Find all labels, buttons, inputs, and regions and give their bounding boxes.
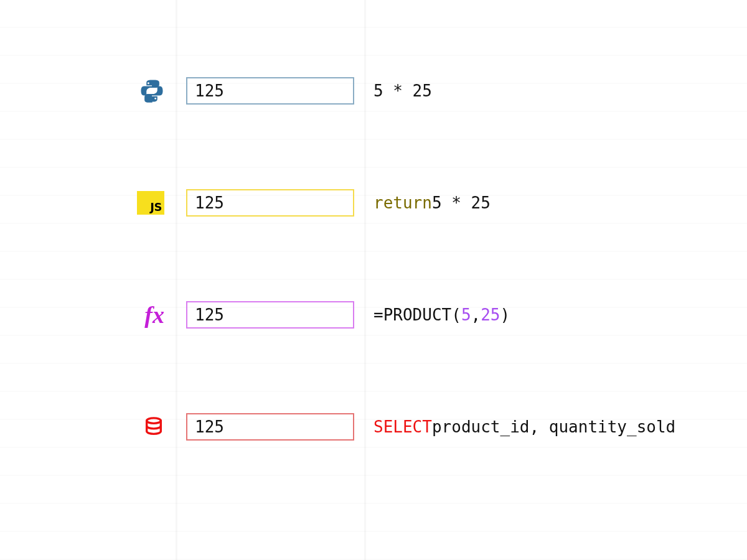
value-cell-formula[interactable]: 125 bbox=[186, 301, 354, 329]
value-text: 125 bbox=[195, 82, 224, 100]
code-rest: product_id, quantity_sold bbox=[432, 418, 675, 436]
formula-icon: fx bbox=[144, 301, 164, 329]
icon-cell-formula: fx bbox=[0, 301, 176, 329]
code-prefix: =PRODUCT( bbox=[374, 306, 461, 324]
python-icon bbox=[139, 78, 164, 103]
value-cell-python[interactable]: 125 bbox=[186, 77, 354, 105]
value-box-python: 125 bbox=[186, 77, 354, 105]
code-sep: , bbox=[471, 306, 481, 324]
value-text: 125 bbox=[195, 418, 224, 436]
value-box-formula: 125 bbox=[186, 301, 354, 329]
value-cell-javascript[interactable]: 125 bbox=[186, 189, 354, 217]
code-text: 5 * 25 bbox=[374, 82, 432, 100]
code-num2: 25 bbox=[481, 306, 500, 324]
svg-point-0 bbox=[147, 418, 161, 424]
code-keyword: SELECT bbox=[374, 418, 432, 436]
code-num1: 5 bbox=[461, 306, 471, 324]
icon-cell-python bbox=[0, 77, 176, 105]
row-formula: fx 125 =PRODUCT(5,25) bbox=[0, 301, 747, 329]
code-suffix: ) bbox=[500, 306, 510, 324]
value-text: 125 bbox=[195, 306, 224, 324]
code-cell-sql[interactable]: SELECT product_id, quantity_sold bbox=[374, 413, 747, 441]
code-cell-python[interactable]: 5 * 25 bbox=[374, 77, 747, 105]
value-box-sql: 125 bbox=[186, 413, 354, 441]
database-icon bbox=[143, 416, 164, 438]
code-cell-javascript[interactable]: return 5 * 25 bbox=[374, 189, 747, 217]
icon-cell-sql bbox=[0, 413, 176, 441]
icon-cell-javascript: JS bbox=[0, 189, 176, 217]
code-rest: 5 * 25 bbox=[432, 194, 491, 212]
value-text: 125 bbox=[195, 194, 224, 212]
row-javascript: JS 125 return 5 * 25 bbox=[0, 189, 747, 217]
javascript-icon: JS bbox=[137, 191, 164, 215]
row-python: 125 5 * 25 bbox=[0, 77, 747, 105]
value-box-javascript: 125 bbox=[186, 189, 354, 217]
js-badge-text: JS bbox=[150, 200, 162, 213]
value-cell-sql[interactable]: 125 bbox=[186, 413, 354, 441]
code-cell-formula[interactable]: =PRODUCT(5,25) bbox=[374, 301, 747, 329]
code-keyword: return bbox=[374, 194, 432, 212]
row-sql: 125 SELECT product_id, quantity_sold bbox=[0, 413, 747, 441]
